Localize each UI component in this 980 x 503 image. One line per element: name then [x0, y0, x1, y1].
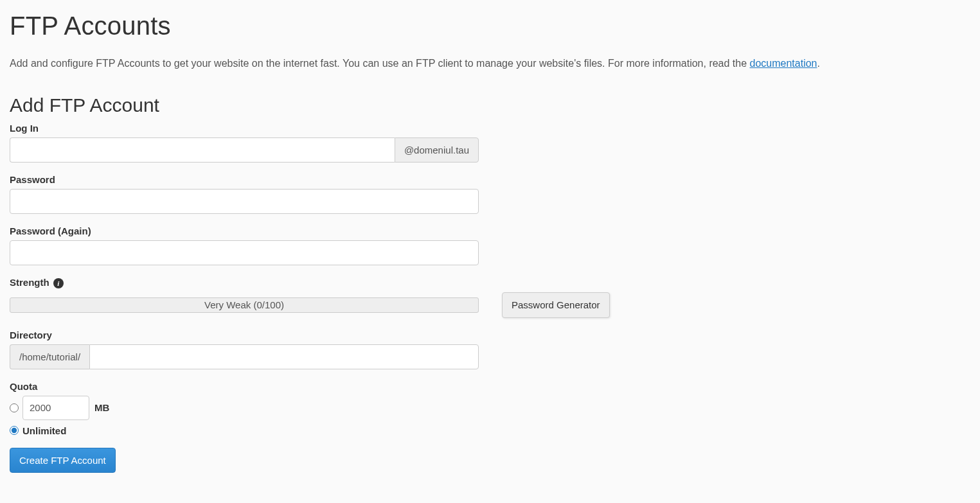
- intro-suffix: .: [817, 58, 820, 69]
- password-again-label: Password (Again): [10, 225, 970, 236]
- password-label: Password: [10, 174, 970, 185]
- quota-unit: MB: [94, 402, 109, 413]
- login-row: Log In @domeniul.tau: [10, 123, 970, 163]
- directory-label: Directory: [10, 330, 970, 340]
- quota-row: Quota MB Unlimited: [10, 381, 970, 436]
- password-again-input[interactable]: [10, 240, 479, 265]
- directory-input[interactable]: [89, 344, 479, 369]
- intro-text: Add and configure FTP Accounts to get yo…: [10, 58, 750, 69]
- quota-unlimited-radio[interactable]: [10, 426, 19, 435]
- password-input[interactable]: [10, 189, 479, 214]
- quota-unlimited-label: Unlimited: [22, 425, 66, 436]
- page-title: FTP Accounts: [10, 12, 970, 40]
- login-label: Log In: [10, 123, 970, 134]
- quota-label: Quota: [10, 381, 970, 392]
- password-again-row: Password (Again): [10, 225, 970, 265]
- directory-row: Directory /home/tutorial/: [10, 330, 970, 369]
- strength-meter: Very Weak (0/100): [10, 297, 479, 313]
- quota-value-input[interactable]: [22, 396, 89, 420]
- strength-label: Strength i: [10, 277, 970, 288]
- info-icon[interactable]: i: [53, 278, 64, 288]
- quota-limited-radio[interactable]: [10, 403, 19, 412]
- documentation-link[interactable]: documentation: [750, 58, 817, 69]
- password-row: Password: [10, 174, 970, 214]
- login-domain-suffix: @domeniul.tau: [395, 137, 479, 163]
- password-generator-button[interactable]: Password Generator: [502, 292, 610, 318]
- create-ftp-account-button[interactable]: Create FTP Account: [10, 448, 116, 473]
- strength-label-text: Strength: [10, 277, 49, 288]
- section-heading-add-ftp: Add FTP Account: [10, 94, 970, 116]
- strength-row: Strength i Very Weak (0/100) Password Ge…: [10, 277, 970, 318]
- page-intro: Add and configure FTP Accounts to get yo…: [10, 56, 970, 71]
- login-input[interactable]: [10, 137, 395, 163]
- directory-prefix: /home/tutorial/: [10, 344, 89, 369]
